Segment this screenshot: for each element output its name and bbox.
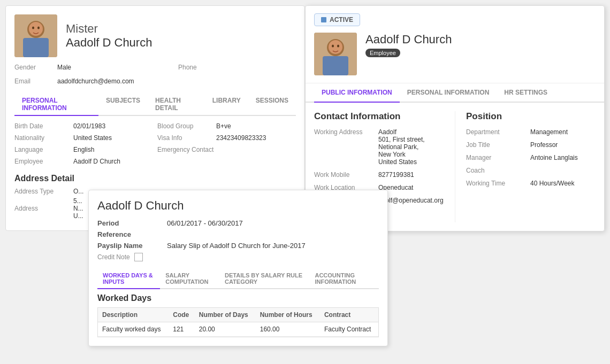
- job-title-value: Professor: [530, 141, 596, 149]
- working-time-row: Working Time 40 Hours/Week: [466, 180, 596, 187]
- period-label: Period: [97, 219, 167, 227]
- row-contract: Faculty Contract: [320, 322, 378, 337]
- active-label: ACTIVE: [330, 16, 353, 24]
- payslip-name-value: Salary Slip of Aadolf D Church for June-…: [167, 242, 306, 250]
- col-num-days: Number of Days: [195, 308, 256, 322]
- svg-point-11: [332, 45, 334, 48]
- svg-point-12: [337, 45, 339, 48]
- emergency-contact-row: Emergency Contact: [157, 146, 296, 153]
- worked-days-table-wrap: Description Code Number of Days Number o…: [97, 307, 379, 337]
- manager-value: Antoine Langlais: [530, 154, 596, 161]
- working-address-value: Aadolf 501, First street, Netional Park,…: [378, 128, 455, 166]
- payslip-tabs: WORKED DAYS & INPUTS SALARY COMPUTATION …: [97, 269, 379, 289]
- email-row: Email aadolfdchurch@demo.com: [14, 78, 296, 85]
- credit-note-checkbox[interactable]: [134, 253, 143, 261]
- nationality-value: United States: [73, 134, 112, 142]
- profile-tabs: PUBLIC INFORMATION PERSONAL INFORMATION …: [306, 83, 604, 103]
- work-mobile-label: Work Mobile: [314, 171, 378, 179]
- profile-tab-hr[interactable]: HR SETTINGS: [497, 83, 555, 102]
- payslip-name-label: Payslip Name: [97, 242, 167, 250]
- profile-tab-public[interactable]: PUBLIC INFORMATION: [314, 83, 400, 103]
- svg-rect-6: [23, 38, 49, 57]
- manager-row: Manager Antoine Langlais: [466, 154, 596, 161]
- col-num-hours: Number of Hours: [256, 308, 320, 322]
- birth-date-row: Birth Date 02/01/1983: [14, 122, 153, 130]
- birth-date-label: Birth Date: [14, 122, 73, 130]
- credit-note-label: Credit Note: [97, 253, 130, 261]
- payslip-title: Aadolf D Church: [97, 199, 379, 213]
- profile-info-row: Aadolf D Church Employee: [314, 33, 596, 75]
- profile-panel-header: ACTIVE Aadolf D Church Employee: [306, 6, 604, 83]
- gender-label: Gender: [14, 64, 57, 71]
- phone-label: Phone: [178, 64, 221, 71]
- tab-health-detail[interactable]: HEALTH DETAIL: [148, 94, 205, 115]
- position-title: Position: [466, 111, 596, 122]
- row-num-days: 20.00: [195, 322, 256, 337]
- working-time-label: Working Time: [466, 180, 530, 187]
- employee-badge: Employee: [365, 49, 400, 57]
- profile-avatar: [314, 33, 357, 75]
- department-label: Department: [466, 128, 530, 136]
- address-title: Address Detail: [14, 174, 296, 183]
- svg-point-4: [32, 27, 34, 29]
- blood-group-label: Blood Group: [157, 122, 216, 130]
- col-contract: Contract: [320, 308, 378, 322]
- coach-row: Coach: [466, 167, 596, 174]
- payslip-tab-salary-computation[interactable]: SALARY COMPUTATION: [160, 269, 219, 288]
- employee-value: Aadolf D Church: [73, 158, 120, 165]
- nationality-row: Nationality United States: [14, 134, 153, 142]
- address-value: 5...N...U...: [73, 197, 83, 220]
- contact-info-title: Contact Information: [314, 111, 455, 122]
- worked-days-title: Worked Days: [97, 293, 379, 303]
- work-mobile-value: 8277199381: [378, 171, 455, 179]
- col-code: Code: [169, 308, 195, 322]
- address-type-label: Address Type: [14, 188, 73, 195]
- blood-group-row: Blood Group B+ve: [157, 122, 296, 130]
- reference-label: Reference: [97, 230, 167, 238]
- work-location-value: Openeducat: [378, 184, 455, 191]
- address-type-value: O...: [73, 188, 83, 195]
- svg-point-5: [37, 27, 40, 29]
- tab-subjects[interactable]: SUBJECTS: [98, 94, 148, 115]
- tab-personal-info[interactable]: PERSONAL INFORMATION: [14, 94, 98, 116]
- employee-row: Employee Aadolf D Church: [14, 158, 153, 165]
- job-title-row: Job Title Professor: [466, 141, 596, 149]
- language-label: Language: [14, 146, 73, 153]
- profile-fullname: Aadolf D Church: [365, 33, 452, 47]
- active-dot: [321, 17, 326, 22]
- profile-name-block: Aadolf D Church Employee: [365, 33, 452, 57]
- email-label: Email: [14, 78, 57, 85]
- tab-library[interactable]: LIBRARY: [205, 94, 248, 115]
- name-block: Mister Aadolf D Church: [66, 22, 152, 50]
- avatar: [14, 14, 57, 57]
- bg-tabs-bar: PERSONAL INFORMATION SUBJECTS HEALTH DET…: [14, 94, 296, 116]
- employee-label: Employee: [14, 158, 73, 165]
- payslip-tab-worked-days[interactable]: WORKED DAYS & INPUTS: [97, 269, 160, 289]
- department-value: Management: [530, 128, 596, 136]
- payslip-card: Aadolf D Church Period 06/01/2017 - 06/3…: [88, 190, 388, 346]
- salutation: Mister: [66, 22, 152, 36]
- nationality-label: Nationality: [14, 134, 73, 142]
- work-email-value: adolf@openeducat.org: [378, 197, 455, 204]
- job-title-label: Job Title: [466, 141, 530, 149]
- blood-group-value: B+ve: [216, 122, 231, 130]
- visa-info-value: 23423409823323: [216, 134, 266, 142]
- working-time-value: 40 Hours/Week: [530, 180, 596, 187]
- worked-days-table: Description Code Number of Days Number o…: [98, 308, 378, 337]
- emergency-contact-label: Emergency Contact: [157, 146, 216, 153]
- manager-label: Manager: [466, 154, 530, 161]
- language-row: Language English: [14, 146, 153, 153]
- visa-info-label: Visa Info: [157, 134, 216, 142]
- payslip-tab-details[interactable]: DETAILS BY SALARY RULE CATEGORY: [219, 269, 309, 288]
- col-description: Description: [98, 308, 169, 322]
- profile-header-row: Mister Aadolf D Church: [14, 14, 296, 57]
- profile-tab-personal[interactable]: PERSONAL INFORMATION: [400, 83, 497, 102]
- period-field: Period 06/01/2017 - 06/30/2017: [97, 219, 379, 227]
- tab-sessions[interactable]: SESSIONS: [248, 94, 296, 115]
- working-address-label: Working Address: [314, 128, 378, 136]
- reference-field: Reference: [97, 230, 379, 238]
- phone-row: Phone: [178, 64, 221, 71]
- gender-row: Gender Male: [14, 64, 71, 71]
- gender-value: Male: [57, 64, 71, 71]
- payslip-tab-accounting[interactable]: ACCOUNTING INFORMATION: [309, 269, 379, 288]
